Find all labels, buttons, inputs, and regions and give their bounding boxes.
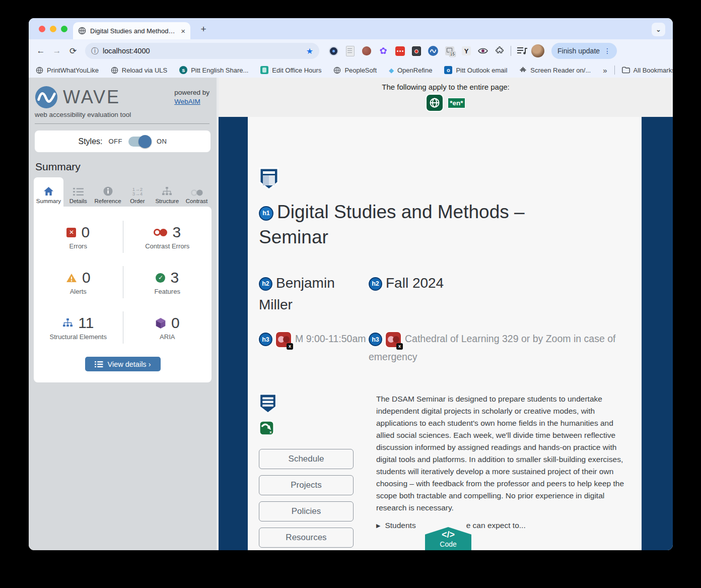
- home-icon: [43, 186, 54, 196]
- timer-extension-icon[interactable]: [328, 46, 338, 56]
- summary-heading: Summary: [35, 161, 217, 173]
- h3-badge-icon[interactable]: h3: [369, 333, 382, 346]
- wave-tab-bar: Summary Details Reference 1→23→4 Order: [34, 177, 212, 207]
- h1-badge-icon[interactable]: h1: [259, 206, 273, 221]
- tab-close-icon[interactable]: ×: [181, 27, 185, 35]
- h3-badge-icon[interactable]: h3: [259, 333, 272, 346]
- stat-features[interactable]: ✓ 3 Features: [123, 266, 212, 298]
- diamond-icon: ◆: [389, 67, 394, 74]
- nav-schedule-button[interactable]: Schedule: [259, 449, 354, 469]
- styles-on-label: ON: [157, 138, 167, 145]
- nav-shield-icon[interactable]: [259, 393, 277, 414]
- bookmark-screen-reader[interactable]: Screen Reader on/...: [519, 67, 591, 74]
- structural-icon: [62, 318, 73, 328]
- h2-badge-icon[interactable]: h2: [369, 277, 382, 291]
- nav-projects-button[interactable]: Projects: [259, 475, 354, 495]
- language-globe-icon[interactable]: [427, 95, 443, 111]
- h2-badge-icon[interactable]: h2: [259, 277, 272, 291]
- bookmark-pitt-english-sharepoint[interactable]: s Pitt English Share...: [179, 66, 248, 74]
- lang-en-badge[interactable]: *en*: [448, 98, 464, 108]
- sidebar-divider: [35, 123, 209, 124]
- tab-details[interactable]: Details: [63, 177, 93, 207]
- puzzle-icon: [519, 67, 527, 74]
- nav-column: x Schedule Projects Policies Resources O…: [259, 393, 376, 550]
- stat-alerts[interactable]: 0 Alerts: [34, 266, 123, 298]
- contrast-error-flag-icon[interactable]: x: [276, 332, 291, 347]
- close-window-button[interactable]: [39, 26, 45, 32]
- document-extension-icon[interactable]: [345, 46, 355, 56]
- bookmarks-overflow-icon[interactable]: »: [603, 66, 607, 75]
- wave-wordmark: WAVE: [63, 87, 120, 108]
- browser-tab[interactable]: Digital Studies and Methods – ×: [73, 22, 190, 39]
- wave-extension-icon[interactable]: [428, 46, 438, 56]
- screen-extension-icon[interactable]: [411, 46, 422, 56]
- flower-extension-icon[interactable]: ✿: [378, 46, 388, 56]
- tab-summary[interactable]: Summary: [34, 177, 63, 207]
- nav-policies-button[interactable]: Policies: [259, 501, 354, 521]
- stat-aria[interactable]: 0 ARIA: [123, 311, 212, 344]
- tab-order[interactable]: 1→23→4 Order: [122, 177, 152, 207]
- styles-off-label: OFF: [109, 138, 123, 145]
- apple-extension-icon[interactable]: [362, 46, 372, 56]
- page-viewport: The following apply to the entire page: …: [219, 78, 673, 550]
- nav-resources-button[interactable]: Resources: [259, 528, 354, 548]
- error-icon: ✕: [66, 228, 76, 237]
- stat-structural-elements[interactable]: 11 Structural Elements: [34, 311, 123, 344]
- skip-link-icon[interactable]: x: [259, 420, 274, 436]
- tab-counter-extension-icon[interactable]: 15: [445, 46, 455, 56]
- description-column: The DSAM Seminar is designed to prepare …: [376, 393, 626, 550]
- feature-icon: ✓: [156, 273, 165, 283]
- url-text[interactable]: localhost:4000: [103, 47, 302, 55]
- tab-reference[interactable]: Reference: [93, 177, 123, 207]
- bookmark-printwhatyoulike[interactable]: PrintWhatYouLike: [36, 67, 99, 74]
- bookmark-pitt-outlook[interactable]: o Pitt Outlook email: [444, 66, 507, 74]
- adblock-extension-icon[interactable]: [395, 46, 405, 56]
- eye-extension-icon[interactable]: [478, 46, 488, 56]
- bookmark-openrefine[interactable]: ◆ OpenRefine: [389, 67, 432, 74]
- bookmark-star-icon[interactable]: ★: [306, 46, 313, 56]
- webaim-link[interactable]: WebAIM: [174, 98, 200, 105]
- header-banner-shield-icon[interactable]: [259, 167, 279, 190]
- tab-contrast[interactable]: Contrast: [182, 177, 212, 207]
- tab-structure[interactable]: Structure: [152, 177, 182, 207]
- all-bookmarks-button[interactable]: All Bookmarks: [622, 67, 673, 74]
- wave-sidebar: WAVE powered by WebAIM web accessibility…: [29, 78, 219, 550]
- extensions-puzzle-icon[interactable]: [495, 46, 505, 56]
- minimize-window-button[interactable]: [50, 26, 56, 32]
- extensions-row: ✿ 15 Y: [328, 46, 505, 56]
- stat-errors[interactable]: ✕ 0 Errors: [34, 221, 123, 253]
- browser-menu-kebab-icon[interactable]: ⋮: [604, 47, 611, 55]
- view-details-button[interactable]: View details ›: [85, 357, 161, 371]
- bookmark-peoplesoft[interactable]: PeopleSoft: [333, 67, 377, 74]
- page-title: h1Digital Studies and Methods – Seminar: [259, 200, 571, 250]
- site-info-icon[interactable]: ⓘ: [91, 46, 99, 56]
- globe-icon: [36, 67, 43, 74]
- expectations-disclosure[interactable]: ▶ Students e can expect to...: [376, 521, 626, 530]
- finish-update-button[interactable]: Finish update ⋮: [551, 43, 617, 59]
- contrast-error-flag-icon[interactable]: x: [386, 332, 401, 347]
- back-button[interactable]: ←: [34, 44, 48, 58]
- contrast-error-icon: [154, 229, 167, 236]
- profile-avatar[interactable]: [531, 44, 544, 57]
- tab-search-chevron-icon[interactable]: ⌄: [652, 23, 665, 36]
- stat-contrast-errors[interactable]: 3 Contrast Errors: [123, 221, 212, 253]
- zoom-window-button[interactable]: [61, 26, 67, 32]
- view-details-list-icon: [95, 361, 103, 368]
- term-heading: h2Fall 2024: [369, 272, 626, 315]
- toolbar-divider: [511, 46, 511, 56]
- powered-by: powered by WebAIM: [174, 88, 209, 106]
- disclosure-triangle-icon[interactable]: ▶: [376, 522, 380, 529]
- outlook-icon: o: [444, 66, 452, 74]
- bookmark-edit-office-hours[interactable]: Edit Office Hours: [260, 66, 321, 74]
- desktop: { "colors":{"accent":"#4177ac","error":"…: [0, 0, 701, 588]
- forward-button[interactable]: →: [50, 44, 64, 58]
- bookmark-reload-via-uls[interactable]: Reload via ULS: [111, 67, 167, 74]
- styles-toggle[interactable]: [128, 137, 151, 147]
- y-combinator-extension-icon[interactable]: Y: [461, 46, 471, 56]
- reload-button[interactable]: ⟳: [66, 44, 80, 58]
- sharepoint-icon: s: [179, 66, 187, 74]
- site-nav: Schedule Projects Policies Resources Off…: [259, 449, 376, 550]
- new-tab-button[interactable]: +: [197, 23, 210, 36]
- reading-list-icon[interactable]: [517, 47, 527, 55]
- address-bar[interactable]: ⓘ localhost:4000 ★: [85, 43, 319, 59]
